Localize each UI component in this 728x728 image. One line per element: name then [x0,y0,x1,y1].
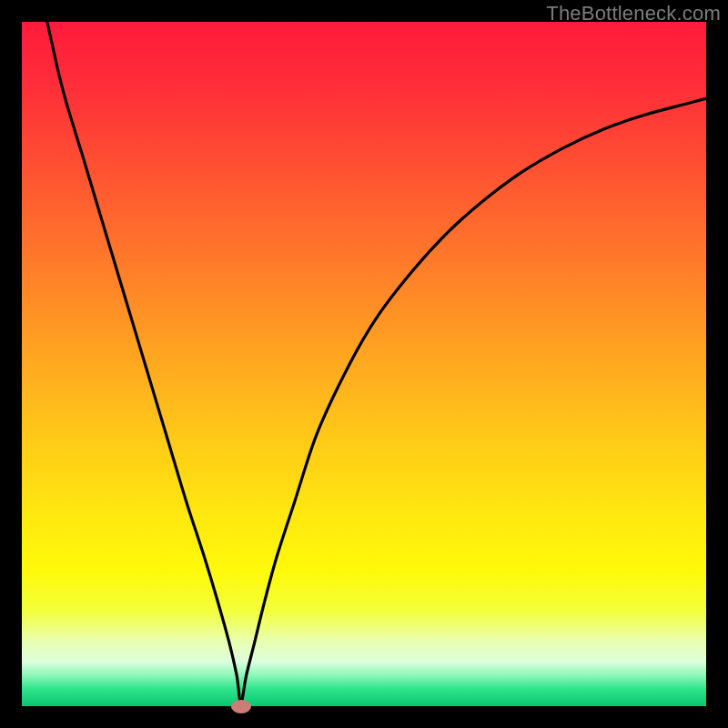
bottleneck-plot [22,22,706,706]
watermark-text: TheBottleneck.com [546,2,721,25]
gradient-background [22,22,706,706]
bottleneck-minimum-marker [231,700,251,713]
plot-svg [22,22,706,706]
